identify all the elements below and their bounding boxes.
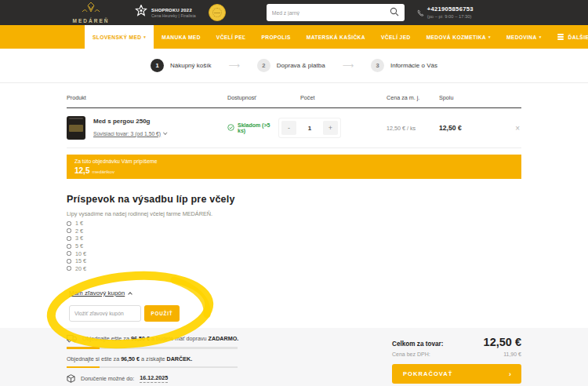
contribution-option: 5 € [67, 242, 396, 250]
perk-strong: ZADARMO. [209, 335, 239, 342]
related-products-label: Súvisiaci tovar: 3 (od 1,50 €) [93, 131, 161, 137]
coupon-toggle-label: Mám zľavový kupón [69, 290, 125, 297]
search-input[interactable] [272, 10, 390, 16]
qty-minus-button[interactable]: - [281, 121, 296, 135]
unit-price: 12,50 € / ks [372, 125, 439, 132]
order-perks: Objednajte ešte za 96,50 € a budete mať … [67, 334, 310, 383]
nav-label: SLOVENSKÝ MED [93, 35, 141, 40]
qty-value[interactable]: 1 [308, 125, 311, 132]
step-arrow-icon: ⟶ [343, 61, 354, 70]
contribution-option: 1 € [67, 220, 396, 228]
qty-cell: - 1 + [278, 118, 372, 138]
qty-plus-button[interactable]: + [323, 121, 338, 135]
remove-item-button[interactable]: × [482, 124, 521, 133]
search-box [267, 4, 405, 21]
nav-item-vceli-jed[interactable]: VČELÍ JED [373, 25, 419, 49]
nav-label: MANUKA MED [162, 35, 201, 40]
coupon-toggle-link[interactable]: Mám zľavový kupón [69, 290, 132, 297]
nav-item-dalsie[interactable]: ĎALŠIE [550, 25, 588, 49]
main-navigation: SLOVENSKÝ MED ▾ MANUKA MED VČELÍ PEĽ PRO… [0, 25, 588, 49]
contribution-checkbox-5[interactable] [67, 244, 71, 249]
contribution-option: 20 € [67, 265, 396, 273]
col-product: Produkt [67, 94, 227, 101]
cart-table-header: Produkt Dostupnosť Počet Cena za m. j. S… [67, 94, 521, 108]
chevron-down-icon: ▾ [143, 35, 146, 39]
contribution-checkbox-10[interactable] [67, 251, 71, 256]
availability-label: Skladom (>5 ks) [238, 122, 278, 133]
free-shipping-row: Objednajte ešte za 96,50 € a budete mať … [67, 334, 310, 343]
contribution-label[interactable]: 2 € [75, 228, 83, 235]
step-label: Doprava & platba [277, 62, 325, 69]
search-icon[interactable] [390, 5, 399, 20]
nav-item-materska-kasicka[interactable]: MATERSKÁ KAŠIČKA [299, 25, 373, 49]
product-name[interactable]: Med s pergou 250g [93, 118, 167, 125]
product-cell: Med s pergou 250g Súvisiaci tovar: 3 (od… [67, 116, 227, 140]
vat-value: 11,90 € [503, 351, 521, 357]
gift-row: Objednajte si ešte za 96,50 € a získajte… [67, 355, 310, 362]
continue-button[interactable]: POKRAČOVAŤ › [392, 364, 521, 384]
contribution-checkbox-3[interactable] [67, 236, 71, 241]
gift-progress [67, 366, 238, 369]
contribution-option: 15 € [67, 257, 396, 265]
contribution-label[interactable]: 10 € [75, 250, 86, 257]
contribution-options: 1 € 2 € 3 € 5 € 10 € 15 € [67, 220, 396, 272]
contribution-checkbox-2[interactable] [67, 228, 71, 233]
chevron-down-icon [163, 131, 167, 135]
chevron-down-icon: ▾ [488, 35, 491, 39]
vat-label: Cena bez DPH: [392, 351, 430, 357]
contribution-label[interactable]: 15 € [75, 257, 86, 264]
contribution-checkbox-15[interactable] [67, 259, 71, 264]
arrow-right-icon: › [509, 370, 512, 378]
coupon-section: Mám zľavový kupón POUŽIŤ [69, 284, 180, 322]
step-number: 2 [257, 59, 270, 72]
product-thumbnail[interactable] [67, 116, 85, 140]
contribution-label[interactable]: 1 € [75, 220, 83, 227]
contribution-subtitle: Lipy vysadíme na našej rodinnej včelej f… [67, 210, 396, 217]
contribution-checkbox-20[interactable] [67, 266, 71, 271]
cart-row: Med s pergou 250g Súvisiaci tovar: 3 (od… [67, 108, 521, 148]
award-subtitle: Cena Heureky | Finalista [151, 13, 196, 18]
availability-status: Skladom (>5 ks) [227, 122, 278, 133]
total-label: Celkom za tovar: [392, 340, 444, 348]
bottom-panel: Objednajte ešte za 96,50 € a budete mať … [0, 328, 588, 386]
perk-text: Objednajte ešte za [82, 335, 129, 342]
continue-label: POKRAČOVAŤ [403, 370, 452, 377]
delivery-date[interactable]: 16.12.2025 [140, 374, 168, 383]
related-products-link[interactable]: Súvisiaci tovar: 3 (od 1,50 €) [93, 131, 167, 137]
perk-text: a budete mať dopravu [151, 335, 207, 342]
nav-item-medovina[interactable]: MEDOVINA ▾ [499, 25, 550, 49]
nav-label: PROPOLIS [262, 35, 291, 40]
star-icon [135, 5, 147, 20]
apply-coupon-button[interactable]: POUŽIŤ [144, 305, 180, 322]
contribution-label[interactable]: 20 € [75, 265, 86, 272]
contribution-label[interactable]: 3 € [75, 235, 83, 242]
nav-item-vceli-pel[interactable]: VČELÍ PEĽ [209, 25, 254, 49]
step-number: 1 [151, 59, 164, 72]
contact-phone[interactable]: +421905856753 (po – pi: 9:00 – 17:30) [417, 5, 474, 20]
progress-fill [67, 366, 100, 369]
medal-line [214, 13, 220, 13]
perk-text: Objednajte si ešte za [67, 355, 119, 362]
nav-item-slovensky-med[interactable]: SLOVENSKÝ MED ▾ [85, 25, 154, 49]
free-shipping-progress [67, 347, 238, 349]
step-shipping[interactable]: 2 Doprava & platba [257, 59, 325, 72]
logo-icon [81, 2, 101, 17]
step-cart[interactable]: 1 Nákupný košík [151, 59, 211, 72]
nav-item-medova-kozmetika[interactable]: MEDOVÁ KOZMETIKA ▾ [419, 25, 499, 49]
delivery-label: Doručenie možné do: [81, 375, 134, 382]
contribution-option: 3 € [67, 235, 396, 242]
cart-table: Produkt Dostupnosť Počet Cena za m. j. S… [67, 94, 521, 148]
nav-item-manuka-med[interactable]: MANUKA MED [154, 25, 209, 49]
hamburger-icon [557, 34, 564, 39]
check-circle-icon [227, 124, 234, 132]
shoproku-award-badge: SHOPROKU 2022 Cena Heureky | Finalista [135, 5, 196, 20]
contribution-label[interactable]: 5 € [75, 242, 83, 249]
perk-amount: 96,50 € [121, 355, 140, 362]
phone-number: +421905856753 [427, 5, 474, 13]
shop-logo[interactable]: MEDÁREŇ [69, 2, 113, 24]
top-header: MEDÁREŇ SHOPROKU 2022 Cena Heureky | Fin… [0, 0, 588, 25]
contribution-checkbox-1[interactable] [67, 221, 71, 226]
nav-item-propolis[interactable]: PROPOLIS [254, 25, 299, 49]
step-info[interactable]: 3 Informácie o Vás [371, 59, 437, 72]
coupon-input[interactable] [69, 305, 141, 322]
